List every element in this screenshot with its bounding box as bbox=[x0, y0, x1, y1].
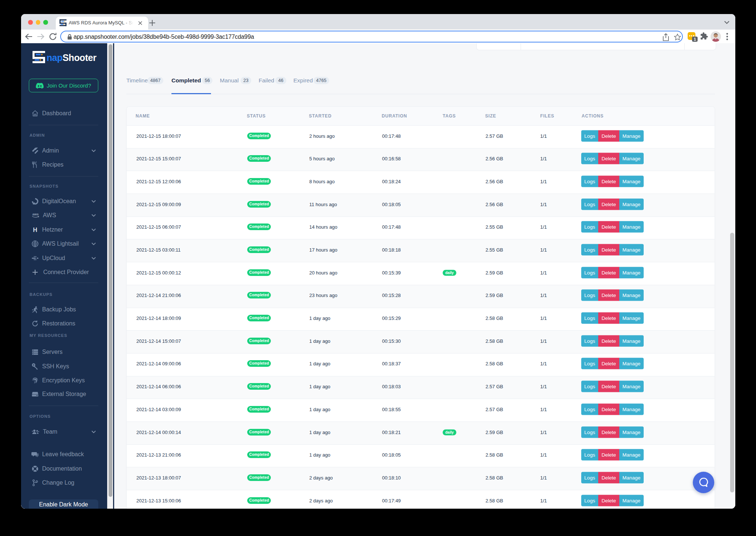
svg-text:1: 1 bbox=[694, 37, 696, 41]
svg-text:aws: aws bbox=[32, 212, 38, 216]
svg-text:H: H bbox=[33, 227, 37, 233]
